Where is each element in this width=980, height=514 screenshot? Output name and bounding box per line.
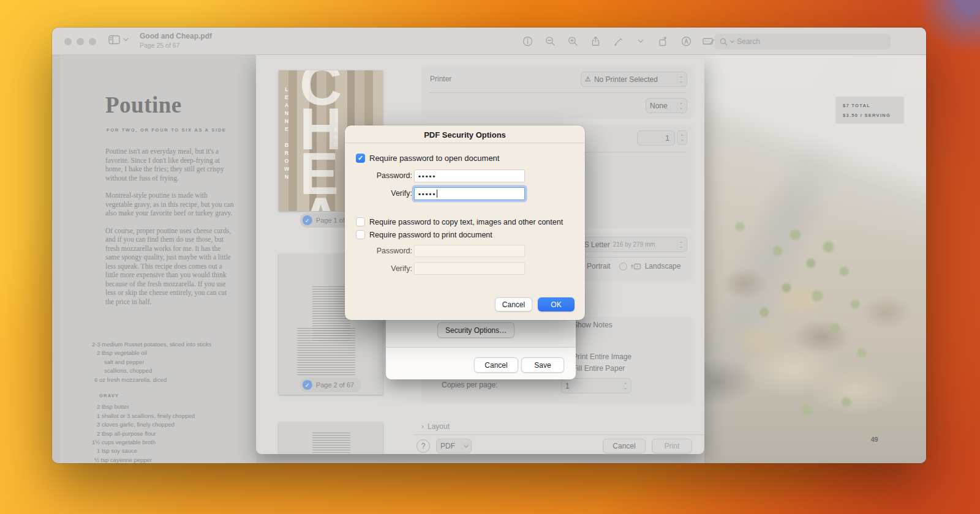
chevron-down-icon[interactable] [635,35,647,47]
ingredient: 3 cloves garlic, finely chopped [83,420,243,429]
cover-author-text: LEANNE BROWN [284,86,290,182]
show-notes-label: Show Notes [573,321,612,329]
paper-size-dropdown[interactable]: US Letter 216 by 279 mm ⌃⌃ [575,237,687,252]
zoom-out-icon[interactable] [544,35,556,47]
pdf-page-49: $7 TOTAL $3.50 / SERVING 49 [704,55,926,463]
help-button[interactable]: ? [417,439,430,453]
landscape-radio[interactable] [619,263,627,270]
security-options-label: Security Options… [445,326,507,335]
text-caret [437,190,437,198]
ingredient: salt and pepper [83,358,243,367]
print-button[interactable]: Print [652,439,692,453]
copies-per-page-dropdown[interactable]: 1 ⌃⌃ [561,378,631,393]
titlebar: Good and Cheap.pdf Page 25 of 67 [52,28,926,55]
landscape-icon [631,263,641,270]
copies-per-page-row: Copies per page: [442,381,497,389]
dialog-divider [345,143,585,143]
require-copy-label: Require password to copy text, images an… [369,218,563,226]
text-annotation-icon[interactable] [703,35,715,47]
password-label: Password: [356,171,412,180]
ingredient: 2 tbsp butter [83,403,243,411]
rotate-icon[interactable] [657,35,669,47]
search-icon [720,38,728,46]
copies-value: 1 [665,134,669,143]
layout-disclosure[interactable]: › Layout [421,422,450,431]
require-open-checkbox[interactable]: ✓ [356,154,365,163]
copies-per-page-value: 1 [565,382,570,390]
fill-entire-paper-label: Fill Entire Paper [573,364,625,373]
require-open-row: ✓ Require password to open document [356,154,499,163]
sheet-cancel-button[interactable]: Cancel [474,357,518,373]
price-box: $7 TOTAL $3.50 / SERVING [835,97,904,124]
updown-chevrons-icon: ⌃⌃ [679,76,683,83]
pdf-page-48: Poutine FOR TWO, OR FOUR TO SIX AS A SID… [60,55,256,463]
dialog-title: PDF Security Options [345,130,585,140]
search-input[interactable] [737,37,859,46]
presets-dropdown-value: None [650,102,668,110]
print-entire-image-label: Print Entire Image [573,352,631,361]
close-button[interactable] [64,38,72,45]
printer-dropdown[interactable]: ⚠ No Printer Selected ⌃⌃ [581,72,687,87]
copies-per-page-label: Copies per page: [442,381,497,389]
printer-dropdown-value: No Printer Selected [594,75,658,84]
dialog-ok-label: OK [551,300,561,309]
verify-field[interactable]: ••••• [414,187,525,200]
copies-stepper[interactable]: ⌃⌃ [677,130,687,145]
copies-field[interactable]: 1 [637,130,675,146]
zoom-in-icon[interactable] [567,35,579,47]
layout-label: Layout [428,422,450,431]
print-preview-page-3[interactable] [279,422,383,454]
recipe-subtitle: FOR TWO, OR FOUR TO SIX AS A SIDE [107,127,227,133]
page-selected-check-icon[interactable]: ✓ [303,380,312,390]
password-field[interactable]: ••••• [414,169,525,182]
pdf-menu-button[interactable]: PDF [436,439,472,453]
info-icon[interactable] [521,35,533,47]
password2-label: Password: [356,247,412,255]
sidebar-toggle-button[interactable] [108,35,129,45]
warning-icon: ⚠ [585,75,591,83]
require-copy-checkbox[interactable] [356,217,365,226]
security-options-button[interactable]: Security Options… [437,322,514,338]
page-number-right: 49 [871,436,878,443]
preview-app-window: Good and Cheap.pdf Page 25 of 67 Poutine… [52,28,926,463]
page-selected-check-icon[interactable]: ✓ [303,215,312,225]
window-content: Poutine FOR TWO, OR FOUR TO SIX AS A SID… [52,55,926,463]
recipe-paragraph: Poutine isn't an everyday meal, but it's… [105,147,235,182]
minimize-button[interactable] [77,38,84,45]
updown-chevrons-icon: ⌃⌃ [624,383,627,389]
password-dots: ••••• [418,173,436,180]
verify-dots: ••••• [418,190,436,198]
price-per-serving: $3.50 / SERVING [843,113,904,118]
zoom-button[interactable] [89,38,96,45]
search-chevron-icon [730,40,734,43]
portrait-label: Portrait [587,262,611,270]
search-field[interactable] [715,34,891,50]
window-title-block: Good and Cheap.pdf Page 25 of 67 [140,32,212,49]
presets-dropdown[interactable]: None ⌃⌃ [646,98,687,113]
pdf-menu-label: PDF [440,442,455,450]
markup-pencil-icon[interactable] [612,35,624,47]
ingredient: ½ tsp cayenne pepper [83,456,243,463]
recipe-title: Poutine [105,92,182,118]
sheet-save-label: Save [534,361,551,370]
sheet-save-button[interactable]: Save [521,357,564,373]
ingredient: 2 tbsp vegetable oil [83,349,243,357]
require-print-label: Require password to print document [369,231,492,239]
printer-label: Printer [430,75,451,83]
recipe-paragraphs: Poutine isn't an everyday meal, but it's… [105,147,235,315]
share-icon[interactable] [589,35,601,47]
highlight-icon[interactable] [680,35,692,47]
ingredient: 1½ cups vegetable broth [83,438,243,447]
verify2-label: Verify: [356,264,412,273]
require-open-label: Require password to open document [369,154,499,163]
landscape-label[interactable]: Landscape [645,262,681,270]
ingredient: 1 tsp soy sauce [83,447,243,455]
print-cancel-button[interactable]: Cancel [603,439,646,453]
dialog-cancel-button[interactable]: Cancel [495,297,532,311]
ingredient: scallions, chopped [83,367,243,375]
updown-chevrons-icon: ⌃⌃ [679,242,683,248]
price-total: $7 TOTAL [843,103,904,108]
dialog-ok-button[interactable]: OK [538,297,575,311]
require-copy-row: Require password to copy text, images an… [356,217,563,226]
require-print-checkbox[interactable] [356,230,365,239]
